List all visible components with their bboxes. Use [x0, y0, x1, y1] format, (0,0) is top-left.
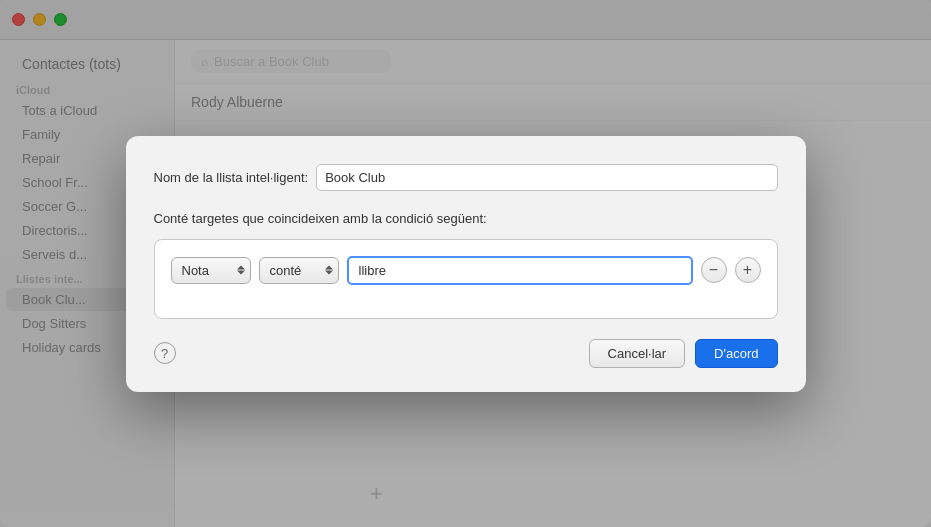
smart-list-name-input[interactable] — [316, 164, 777, 191]
add-condition-button[interactable]: + — [735, 257, 761, 283]
condition-label: Conté targetes que coincideixen amb la c… — [154, 211, 487, 226]
operator-select-wrapper[interactable]: conté — [259, 257, 339, 284]
name-label: Nom de la llista intel·ligent: — [154, 170, 309, 185]
modal-footer: ? Cancel·lar D'acord — [154, 339, 778, 368]
operator-select[interactable]: conté — [259, 257, 339, 284]
remove-condition-button[interactable]: − — [701, 257, 727, 283]
field-select[interactable]: Nota — [171, 257, 251, 284]
footer-buttons: Cancel·lar D'acord — [589, 339, 778, 368]
field-select-wrapper[interactable]: Nota — [171, 257, 251, 284]
name-row: Nom de la llista intel·ligent: — [154, 164, 778, 191]
ok-button[interactable]: D'acord — [695, 339, 777, 368]
modal-overlay: Nom de la llista intel·ligent: Conté tar… — [0, 0, 931, 527]
condition-row: Nota conté — [171, 256, 761, 285]
smart-list-modal: Nom de la llista intel·ligent: Conté tar… — [126, 136, 806, 392]
cancel-button[interactable]: Cancel·lar — [589, 339, 686, 368]
condition-value-input[interactable] — [347, 256, 693, 285]
condition-label-row: Conté targetes que coincideixen amb la c… — [154, 209, 778, 227]
condition-box: Nota conté — [154, 239, 778, 319]
help-button[interactable]: ? — [154, 342, 176, 364]
